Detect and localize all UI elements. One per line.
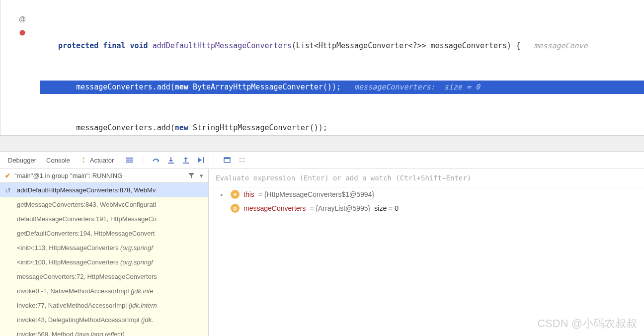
- tab-debugger[interactable]: Debugger: [8, 157, 36, 164]
- svg-rect-8: [224, 158, 230, 159]
- code-area[interactable]: protected final void addDefaultHttpMessa…: [40, 0, 644, 135]
- stack-frame[interactable]: getMessageConverters:843, WebMvcConfigur…: [0, 197, 208, 212]
- code-line: messageConverters.add(new StringHttpMess…: [40, 121, 644, 135]
- code-line-signature: protected final void addDefaultHttpMessa…: [40, 39, 644, 53]
- override-marker-icon: @: [18, 15, 26, 23]
- svg-rect-6: [203, 157, 204, 163]
- frames-thread-selector[interactable]: ✔ "main"@1 in group "main": RUNNING ▾: [0, 169, 208, 183]
- variable-row-this[interactable]: ▸ ≡ this = {HttpMessageConverters$1@5994…: [209, 187, 644, 201]
- dropdown-icon[interactable]: ▾: [200, 172, 203, 179]
- layout-icon[interactable]: [126, 156, 134, 164]
- svg-rect-10: [242, 158, 245, 159]
- stack-frame[interactable]: <init>:113, HttpMessageConverters (org.s…: [0, 241, 208, 255]
- svg-rect-2: [126, 160, 133, 161]
- stack-frame[interactable]: ↺addDefaultHttpMessageConverters:878, We…: [0, 183, 208, 197]
- svg-rect-3: [126, 162, 133, 163]
- variable-row-messageConverters[interactable]: p messageConverters = {ArrayList@5995} s…: [209, 201, 644, 215]
- step-into-icon[interactable]: [167, 156, 175, 164]
- debug-toolbar: Debugger Console Actuator: [0, 152, 644, 169]
- code-line-current: messageConverters.add(new ByteArrayHttpM…: [40, 81, 644, 94]
- svg-rect-11: [239, 161, 242, 162]
- stack-frame[interactable]: invoke:77, NativeMethodAccessorImpl (jdk…: [0, 298, 208, 313]
- panel-splitter[interactable]: [0, 135, 644, 151]
- svg-rect-4: [168, 163, 174, 164]
- param-badge-icon: p: [231, 204, 240, 213]
- breakpoint-icon[interactable]: [18, 29, 26, 37]
- tab-console[interactable]: Console: [46, 157, 70, 164]
- frames-list[interactable]: ↺addDefaultHttpMessageConverters:878, We…: [0, 183, 208, 336]
- tab-actuator[interactable]: Actuator: [80, 157, 114, 164]
- svg-rect-1: [126, 158, 133, 159]
- stack-frame[interactable]: invoke:43, DelegatingMethodAccessorImpl …: [0, 313, 208, 327]
- trace-icon[interactable]: [238, 156, 246, 164]
- evaluate-input[interactable]: Evaluate expression (Enter) or add a wat…: [209, 169, 644, 187]
- stack-frame[interactable]: <init>:100, HttpMessageConverters (org.s…: [0, 255, 208, 269]
- variables-panel: Evaluate expression (Enter) or add a wat…: [209, 169, 644, 336]
- debug-panel: Debugger Console Actuator ✔ "main"@1 in …: [0, 151, 644, 336]
- object-badge-icon: ≡: [231, 190, 240, 199]
- thread-status-icon: ✔: [5, 172, 10, 179]
- stack-frame[interactable]: messageConverters:72, HttpMessageConvert…: [0, 269, 208, 284]
- frames-panel: ✔ "main"@1 in group "main": RUNNING ▾ ↺a…: [0, 169, 209, 336]
- stack-frame[interactable]: defaultMessageConverters:191, HttpMessag…: [0, 212, 208, 226]
- run-to-cursor-icon[interactable]: [197, 156, 205, 164]
- svg-rect-12: [242, 161, 245, 162]
- editor-gutter: @: [0, 0, 40, 135]
- drop-frame-icon[interactable]: ↺: [5, 186, 11, 194]
- step-out-icon[interactable]: [182, 156, 190, 164]
- stack-frame[interactable]: invoke0:-1, NativeMethodAccessorImpl (jd…: [0, 284, 208, 298]
- svg-point-0: [20, 30, 25, 36]
- stack-frame[interactable]: invoke:568, Method (java.lang.reflect): [0, 327, 208, 336]
- code-editor[interactable]: @ protected final void addDefaultHttpMes…: [0, 0, 644, 135]
- thread-label: "main"@1 in group "main": RUNNING: [14, 172, 122, 179]
- svg-rect-5: [183, 163, 189, 164]
- actuator-icon: [80, 157, 87, 164]
- evaluate-expression-icon[interactable]: [223, 156, 231, 164]
- expand-icon[interactable]: ▸: [221, 192, 227, 197]
- svg-rect-9: [239, 158, 242, 159]
- filter-icon[interactable]: [188, 172, 195, 179]
- step-over-icon[interactable]: [152, 156, 160, 164]
- stack-frame[interactable]: getDefaultConverters:194, HttpMessageCon…: [0, 226, 208, 241]
